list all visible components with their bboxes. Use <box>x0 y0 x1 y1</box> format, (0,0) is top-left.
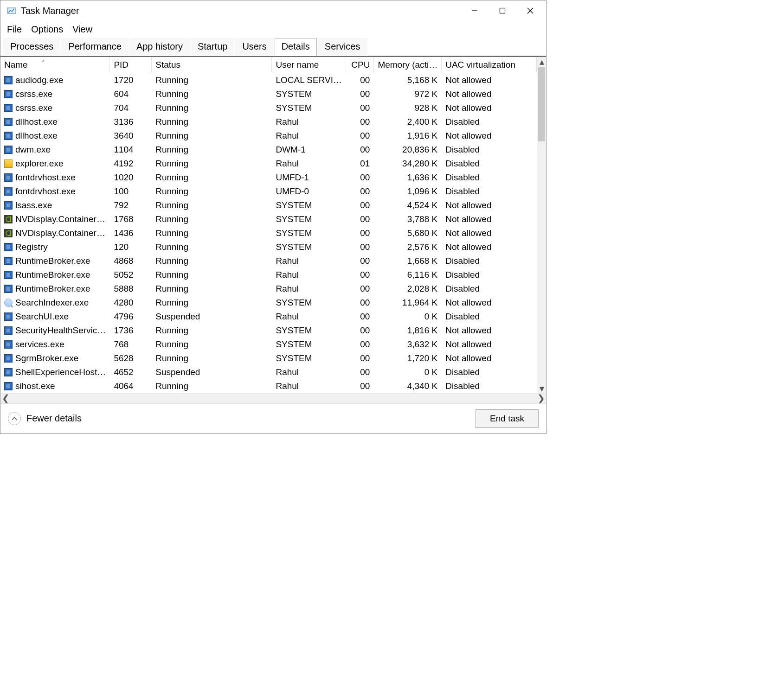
process-name: csrss.exe <box>15 103 52 113</box>
table-row[interactable]: dllhost.exe3640RunningRahul001,916 KNot … <box>0 129 537 143</box>
scroll-left-arrow-icon[interactable]: ❮ <box>0 393 11 404</box>
tab-performance[interactable]: Performance <box>61 38 129 56</box>
process-pid: 3136 <box>110 115 152 129</box>
table-row[interactable]: explorer.exe4192RunningRahul0134,280 KDi… <box>0 157 537 171</box>
tab-services[interactable]: Services <box>318 38 367 56</box>
table-row[interactable]: audiodg.exe1720RunningLOCAL SERVI…005,16… <box>0 73 537 87</box>
horizontal-scrollbar[interactable]: ❮ ❯ <box>0 393 546 403</box>
end-task-button[interactable]: End task <box>476 409 539 428</box>
table-row[interactable]: dwm.exe1104RunningDWM-10020,836 KDisable… <box>0 143 537 157</box>
process-status: Running <box>152 73 272 87</box>
process-pid: 4192 <box>110 157 152 171</box>
process-table: Name˄ PID Status User name CPU Memory (a… <box>0 57 537 393</box>
table-row[interactable]: SearchIndexer.exe4280RunningSYSTEM0011,9… <box>0 296 537 310</box>
process-icon <box>4 76 13 84</box>
table-row[interactable]: fontdrvhost.exe1020RunningUMFD-1001,636 … <box>0 171 537 185</box>
table-row[interactable]: NVDisplay.Container…1768RunningSYSTEM003… <box>0 212 537 226</box>
table-row[interactable]: RuntimeBroker.exe5888RunningRahul002,028… <box>0 282 537 296</box>
process-cpu: 00 <box>346 73 374 87</box>
process-uac: Not allowed <box>442 226 537 240</box>
scroll-thumb[interactable] <box>538 67 545 141</box>
menu-file[interactable]: File <box>2 23 26 36</box>
process-icon <box>4 340 13 349</box>
process-name: dwm.exe <box>15 145 51 155</box>
table-row[interactable]: services.exe768RunningSYSTEM003,632 KNot… <box>0 338 537 351</box>
process-name: NVDisplay.Container… <box>15 214 105 224</box>
tab-users[interactable]: Users <box>235 38 273 56</box>
menu-view[interactable]: View <box>68 23 97 36</box>
table-row[interactable]: Registry120RunningSYSTEM002,576 KNot all… <box>0 240 537 254</box>
process-pid: 4064 <box>110 379 152 393</box>
process-memory: 1,636 K <box>374 171 442 185</box>
footer: Fewer details End task <box>0 403 546 433</box>
process-status: Running <box>152 254 272 268</box>
col-header-name[interactable]: Name˄ <box>0 57 110 73</box>
tabstrip: ProcessesPerformanceApp historyStartupUs… <box>0 38 546 56</box>
scroll-up-arrow-icon[interactable]: ▴ <box>537 57 546 66</box>
process-user: LOCAL SERVI… <box>272 73 346 87</box>
table-row[interactable]: SearchUI.exe4796SuspendedRahul000 KDisab… <box>0 310 537 324</box>
process-cpu: 00 <box>346 351 374 365</box>
table-row[interactable]: csrss.exe704RunningSYSTEM00928 KNot allo… <box>0 101 537 115</box>
maximize-button[interactable] <box>488 0 516 21</box>
process-pid: 5888 <box>110 282 152 296</box>
process-name: NVDisplay.Container… <box>15 228 105 238</box>
process-uac: Disabled <box>442 171 537 185</box>
close-button[interactable] <box>516 0 544 21</box>
process-uac: Not allowed <box>442 129 537 143</box>
table-row[interactable]: RuntimeBroker.exe5052RunningRahul006,116… <box>0 268 537 282</box>
process-uac: Disabled <box>442 310 537 324</box>
process-memory: 4,340 K <box>374 379 442 393</box>
tab-startup[interactable]: Startup <box>191 38 234 56</box>
tab-app-history[interactable]: App history <box>129 38 190 56</box>
process-name: ShellExperienceHost… <box>15 367 106 377</box>
process-cpu: 00 <box>346 296 374 310</box>
table-row[interactable]: fontdrvhost.exe100RunningUMFD-0001,096 K… <box>0 185 537 198</box>
process-status: Running <box>152 171 272 185</box>
process-user: Rahul <box>272 282 346 296</box>
table-row[interactable]: csrss.exe604RunningSYSTEM00972 KNot allo… <box>0 87 537 101</box>
fewer-details-toggle[interactable] <box>8 412 21 425</box>
process-user: Rahul <box>272 157 346 171</box>
process-icon <box>4 173 13 182</box>
process-pid: 1104 <box>110 143 152 157</box>
table-row[interactable]: dllhost.exe3136RunningRahul002,400 KDisa… <box>0 115 537 129</box>
minimize-button[interactable] <box>461 0 488 21</box>
process-memory: 34,280 K <box>374 157 442 171</box>
vertical-scrollbar[interactable]: ▴ ▾ <box>537 57 546 393</box>
process-icon <box>4 215 13 223</box>
col-header-uac[interactable]: UAC virtualization <box>442 57 537 73</box>
process-user: SYSTEM <box>272 296 346 310</box>
process-user: DWM-1 <box>272 143 346 157</box>
app-icon <box>6 5 17 16</box>
fewer-details-label[interactable]: Fewer details <box>26 413 82 424</box>
col-header-status[interactable]: Status <box>152 57 272 73</box>
process-status: Running <box>152 226 272 240</box>
scroll-right-arrow-icon[interactable]: ❯ <box>536 393 546 404</box>
process-status: Running <box>152 129 272 143</box>
process-user: Rahul <box>272 115 346 129</box>
table-row[interactable]: NVDisplay.Container…1436RunningSYSTEM005… <box>0 226 537 240</box>
table-row[interactable]: SecurityHealthServic…1736RunningSYSTEM00… <box>0 324 537 338</box>
col-header-memory[interactable]: Memory (acti… <box>374 57 442 73</box>
process-cpu: 00 <box>346 254 374 268</box>
table-row[interactable]: ShellExperienceHost…4652SuspendedRahul00… <box>0 365 537 379</box>
process-user: Rahul <box>272 310 346 324</box>
process-status: Running <box>152 198 272 212</box>
table-row[interactable]: RuntimeBroker.exe4868RunningRahul001,668… <box>0 254 537 268</box>
process-status: Running <box>152 296 272 310</box>
process-memory: 0 K <box>374 365 442 379</box>
tab-details[interactable]: Details <box>275 38 317 56</box>
process-cpu: 00 <box>346 212 374 226</box>
col-header-cpu[interactable]: CPU <box>346 57 374 73</box>
col-header-pid[interactable]: PID <box>110 57 152 73</box>
table-row[interactable]: SgrmBroker.exe5628RunningSYSTEM001,720 K… <box>0 351 537 365</box>
menu-options[interactable]: Options <box>26 23 68 36</box>
col-header-user[interactable]: User name <box>272 57 346 73</box>
table-row[interactable]: sihost.exe4064RunningRahul004,340 KDisab… <box>0 379 537 393</box>
tab-processes[interactable]: Processes <box>3 38 60 56</box>
table-row[interactable]: lsass.exe792RunningSYSTEM004,524 KNot al… <box>0 198 537 212</box>
process-name: dllhost.exe <box>15 117 58 127</box>
process-status: Running <box>152 240 272 254</box>
scroll-down-arrow-icon[interactable]: ▾ <box>537 384 546 393</box>
